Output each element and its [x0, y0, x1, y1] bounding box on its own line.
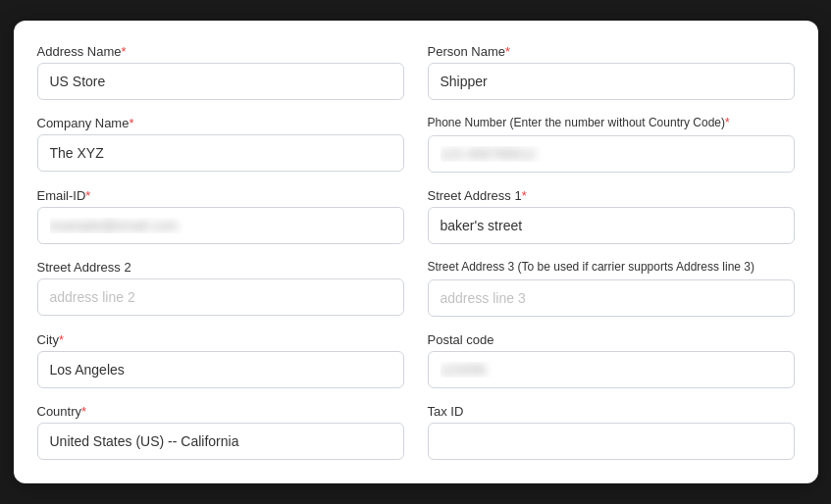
street-address-2-label: Street Address 2	[37, 260, 404, 275]
city-input[interactable]	[37, 351, 404, 388]
street-address-2-group: Street Address 2	[37, 260, 404, 317]
street-address-3-label: Street Address 3 (To be used if carrier …	[428, 260, 795, 276]
address-name-input[interactable]	[37, 63, 404, 100]
country-group: Country*	[37, 404, 404, 460]
person-name-label: Person Name*	[428, 44, 795, 59]
tax-id-group: Tax ID	[428, 404, 795, 460]
street-address-1-label: Street Address 1*	[428, 188, 795, 203]
company-name-label: Company Name*	[37, 116, 404, 130]
country-label: Country*	[37, 404, 404, 419]
email-id-group: Email-ID*	[37, 188, 404, 244]
address-form-card: Address Name* Person Name* Company Name*…	[14, 21, 818, 482]
city-label: City*	[37, 332, 404, 347]
phone-number-group: Phone Number (Enter the number without C…	[428, 116, 795, 173]
street-address-3-group: Street Address 3 (To be used if carrier …	[428, 260, 795, 317]
tax-id-label: Tax ID	[428, 404, 795, 419]
phone-number-label: Phone Number (Enter the number without C…	[428, 116, 795, 131]
country-input[interactable]	[37, 423, 404, 460]
company-name-group: Company Name*	[37, 116, 404, 173]
address-name-label: Address Name*	[37, 44, 404, 59]
address-name-group: Address Name*	[37, 44, 404, 100]
tax-id-input[interactable]	[428, 423, 795, 460]
street-address-1-input[interactable]	[428, 207, 795, 244]
postal-code-input[interactable]	[428, 351, 795, 388]
person-name-group: Person Name*	[428, 44, 795, 100]
phone-number-input[interactable]	[428, 135, 795, 173]
street-address-2-input[interactable]	[37, 278, 404, 316]
person-name-input[interactable]	[428, 63, 795, 100]
street-address-1-group: Street Address 1*	[428, 188, 795, 244]
email-id-label: Email-ID*	[37, 188, 404, 203]
postal-code-group: Postal code	[428, 332, 795, 388]
postal-code-label: Postal code	[428, 332, 795, 347]
form-grid: Address Name* Person Name* Company Name*…	[37, 44, 795, 459]
email-id-input[interactable]	[37, 207, 404, 244]
company-name-input[interactable]	[37, 134, 404, 172]
city-group: City*	[37, 332, 404, 388]
street-address-3-input[interactable]	[428, 279, 795, 317]
